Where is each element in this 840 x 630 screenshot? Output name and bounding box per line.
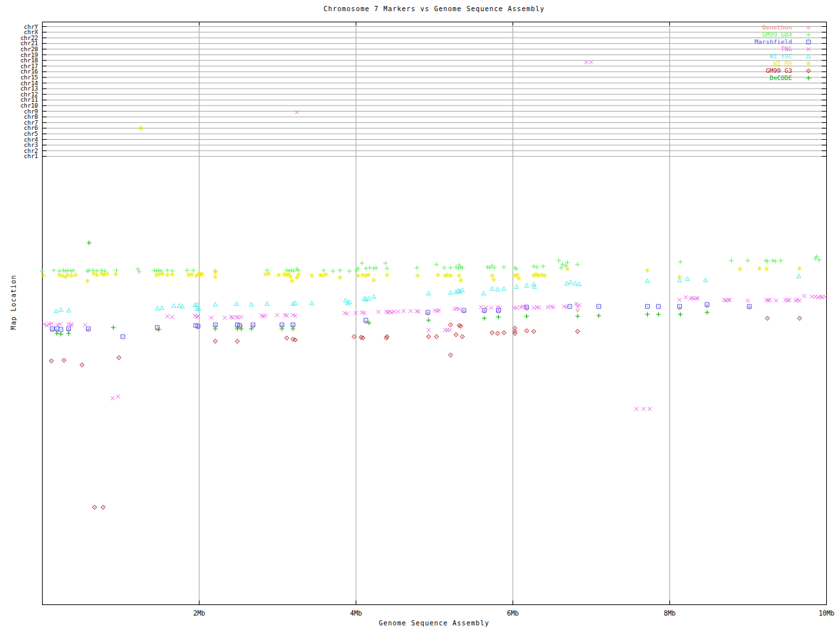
data-point [770,259,775,263]
data-point [93,505,96,509]
data-point [645,312,650,317]
data-point [117,356,121,360]
data-point [492,266,497,270]
data-point [209,316,213,320]
data-point [152,268,156,273]
data-point [367,321,371,326]
data-point [69,269,74,274]
data-point [371,295,375,299]
data-point [738,267,742,272]
data-point [577,282,581,286]
data-point [290,279,295,284]
data-point [91,268,95,273]
data-point [459,278,463,283]
x-tick-label: 2Mb [193,610,205,617]
data-point [191,268,196,273]
data-point [289,268,294,273]
legend-label: Genethon [762,24,792,31]
data-point [105,272,110,276]
data-point [427,335,430,339]
data-point [51,268,56,273]
data-point [291,269,296,274]
data-point [746,259,750,263]
plot-border [43,22,827,605]
data-point [645,279,649,283]
series-tng [43,60,828,411]
data-point [200,272,204,276]
data-point [479,305,483,309]
legend-label: GM99 GB4 [762,31,792,38]
data-point [213,327,218,331]
data-point [74,273,78,278]
data-point [427,318,431,323]
chr-label: chr1 [24,153,38,159]
data-point [536,274,541,278]
data-point [535,265,539,270]
data-point [54,331,59,336]
legend-marker-icon [807,76,811,81]
data-point [70,274,74,278]
data-point [532,329,536,333]
data-point [121,335,125,339]
data-point [62,358,66,362]
data-point [646,304,650,308]
data-point [597,314,601,318]
data-point [427,328,430,332]
data-point [524,284,528,287]
data-point [61,268,66,273]
data-point [291,327,295,331]
series-wi-yac [54,274,801,313]
data-point [584,60,588,64]
data-point [434,262,439,267]
data-point [249,327,254,331]
series-wi-rh [41,126,802,284]
data-point [765,267,769,272]
data-point [249,303,253,306]
data-point [490,331,494,335]
data-point [496,315,501,320]
data-point [757,266,762,271]
data-point [364,266,368,271]
data-point [778,259,783,263]
data-point [415,266,419,270]
legend-label: GM99 G3 [766,67,792,74]
data-point [70,322,74,326]
data-point [648,407,652,411]
data-point [797,266,802,271]
data-point [368,266,372,270]
data-point [116,394,120,398]
data-point [296,273,301,278]
data-point [448,353,452,357]
data-point [678,312,682,317]
data-point [797,274,801,278]
data-point [532,264,536,269]
data-point [213,275,218,280]
data-point [170,272,175,277]
data-point [374,266,379,270]
data-point [57,273,62,278]
data-point [427,291,430,295]
data-point [284,268,289,273]
data-point [234,302,238,306]
data-point [138,126,143,131]
data-point [514,285,518,289]
data-point [773,259,778,264]
data-point [457,274,461,278]
data-point [656,304,660,308]
data-point [111,326,116,330]
data-point [165,314,169,318]
data-point [165,268,170,273]
data-point [213,270,218,275]
data-point [41,274,46,278]
data-point [573,282,577,285]
data-point [539,273,544,278]
data-point [656,312,661,317]
data-point [57,269,62,274]
data-point [541,264,545,269]
data-point [448,328,452,332]
data-point [160,306,164,310]
data-point [213,339,217,343]
data-point [111,396,115,400]
data-point [83,323,87,327]
x-tick-label: 8Mb [663,610,675,617]
